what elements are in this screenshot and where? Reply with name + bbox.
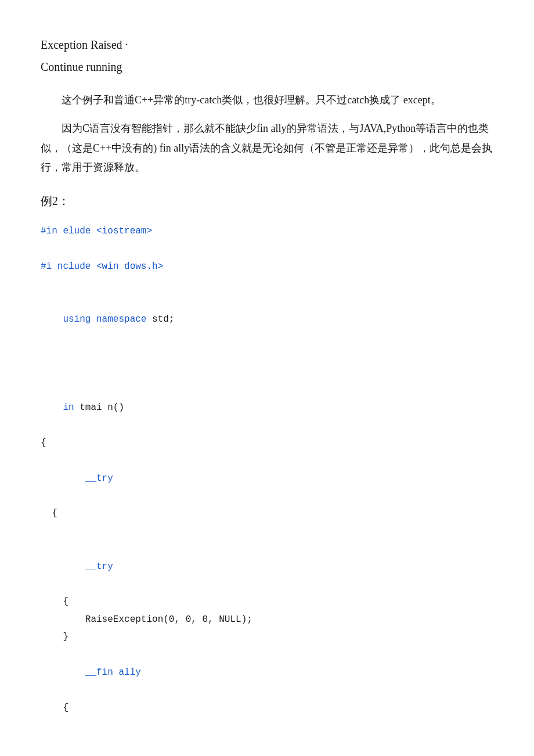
code-indent1 xyxy=(63,473,85,484)
header-section: Exception Raised · Continue running xyxy=(41,35,493,77)
code-indent3 xyxy=(63,667,85,678)
code-line-7: { xyxy=(41,505,493,522)
continue-running-text: Continue running xyxy=(41,57,493,77)
code-in: in xyxy=(63,402,74,413)
code-line-13: { xyxy=(41,699,493,717)
code-indent2 xyxy=(63,561,85,572)
paragraph-1: 这个例子和普通C++异常的try-catch类似，也很好理解。只不过catch换… xyxy=(41,91,493,110)
code-tmai-n: tmai n() xyxy=(74,402,124,413)
code-line-4: in tmai n() xyxy=(41,381,493,434)
code-try2: __try xyxy=(85,561,113,572)
code-empty-5 xyxy=(41,523,493,540)
code-line-5: { xyxy=(41,434,493,452)
code-line-2: #i nclude <win dows.h> xyxy=(41,258,493,275)
code-line-11: } xyxy=(41,628,493,646)
code-line-8: __try xyxy=(41,540,493,593)
code-try1: __try xyxy=(85,473,113,484)
code-line-12: __fin ally xyxy=(41,646,493,699)
code-block: #in elude <iostream> #i nclude <win dows… xyxy=(41,222,493,717)
code-line-9: { xyxy=(41,593,493,610)
code-line-10: RaiseException(0, 0, 0, NULL); xyxy=(41,611,493,628)
code-empty-3 xyxy=(41,346,493,363)
exception-raised-text: Exception Raised · xyxy=(41,35,493,55)
code-empty-2 xyxy=(41,275,493,293)
code-empty-1 xyxy=(41,240,493,258)
code-std: std; xyxy=(146,314,174,325)
code-empty-4 xyxy=(41,363,493,381)
code-line-6: __try xyxy=(41,452,493,505)
example2-heading: 例2： xyxy=(41,191,493,211)
code-line-1: #in elude <iostream> xyxy=(41,222,493,240)
paragraph-2: 因为C语言没有智能指针，那么就不能缺少fin ally的异常语法，与JAVA,P… xyxy=(41,119,493,177)
code-finally: __fin ally xyxy=(85,667,141,678)
code-using: using namespace xyxy=(63,314,146,325)
code-line-3: using namespace std; xyxy=(41,293,493,346)
